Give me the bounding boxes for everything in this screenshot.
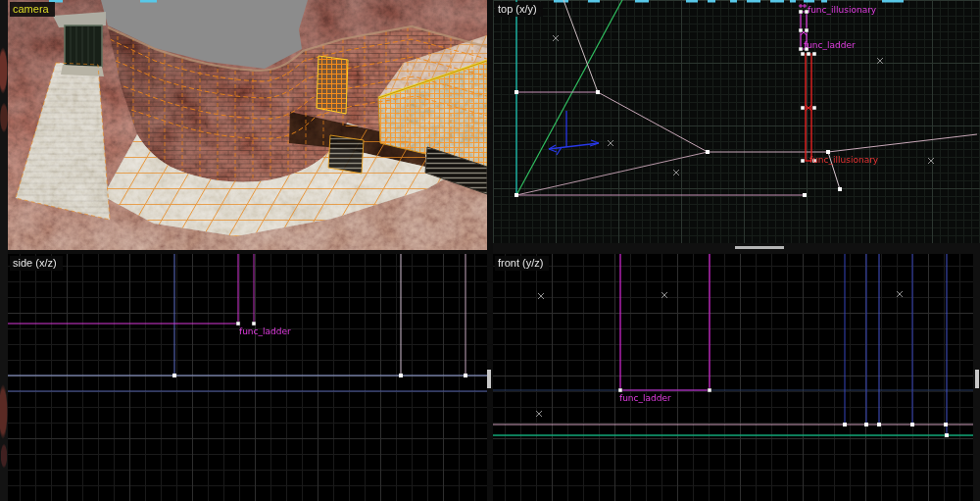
doorway[interactable] [61,25,104,76]
line-vertex-dots [514,90,842,197]
front-viewport-label[interactable]: front (y/z) [495,256,549,271]
func-illusionary-brush[interactable] [799,4,808,51]
front-wireframe-layer [493,254,973,501]
camera-gizmo[interactable] [549,111,599,155]
top-brush-lines [516,0,977,195]
left-panel-edge [0,0,8,501]
top-viewport-label[interactable]: top (x/y) [495,2,543,17]
camera-viewport-label[interactable]: camera [10,2,55,17]
helper-x-marks [536,291,903,417]
front-viewport[interactable]: front (y/z) func_ladder [493,254,973,501]
selected-brush-red[interactable] [801,52,816,163]
top-edge-dashes [554,0,904,3]
top-viewport[interactable]: top (x/y) func_illusionary func_ladder f… [493,0,980,243]
front-viewport-vscrollbar-thumb[interactable] [975,370,979,388]
ladder-grate-texture [328,135,364,174]
side-brush-lines [8,254,487,391]
side-viewport-vscrollbar-thumb[interactable] [487,370,491,388]
editor-window: camera [0,0,980,501]
helper-x-marks [553,35,934,175]
top-wireframe-layer [493,0,980,243]
camera-viewport[interactable]: camera [8,0,487,250]
side-viewport-label[interactable]: side (x/z) [10,256,63,271]
func-ladder-brush-front[interactable] [618,254,711,392]
front-brush-lines [493,254,973,435]
top-viewport-hscrollbar-thumb[interactable] [735,246,784,249]
side-wireframe-layer [8,254,487,501]
top-viewport-hscrollbar[interactable] [493,243,980,254]
side-viewport[interactable]: side (x/z) func_ladder [8,254,487,501]
ladder-mesh-3d[interactable] [317,56,348,114]
camera-3d-scene [8,0,487,250]
front-viewport-vscrollbar[interactable] [973,254,980,501]
